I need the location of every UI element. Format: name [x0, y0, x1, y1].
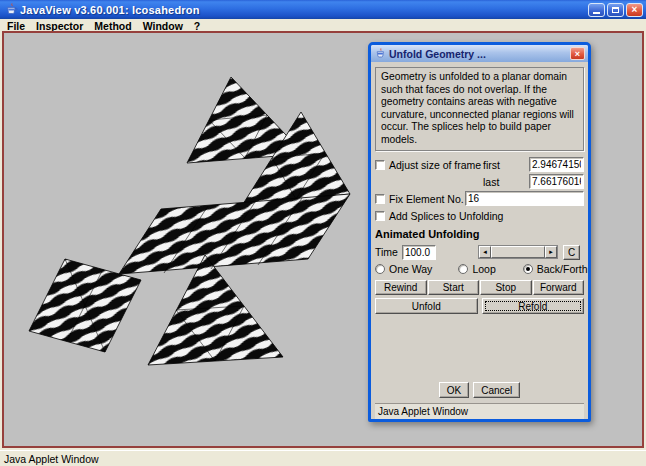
java-applet-icon: [375, 48, 386, 59]
window-status-text: Java Applet Window: [4, 453, 99, 465]
time-reset-button[interactable]: C: [563, 245, 580, 260]
time-row: Time ◂ ▸ C: [375, 243, 584, 261]
fix-element-field[interactable]: [465, 191, 584, 206]
net-face-middle-band: [119, 194, 350, 274]
dialog-title: Unfold Geometry ...: [389, 48, 570, 60]
animated-unfolding-header: Animated Unfolding: [375, 228, 584, 240]
ok-button[interactable]: OK: [439, 382, 469, 398]
dialog-status-bar: Java Applet Window: [375, 404, 584, 419]
refold-button[interactable]: Refold: [482, 298, 585, 314]
forward-button[interactable]: Forward: [533, 280, 585, 295]
add-splices-checkbox[interactable]: [375, 211, 385, 221]
javaview-window: JavaView v3.60.001: Icosahedron × File I…: [0, 0, 646, 466]
last-label: last: [483, 176, 529, 188]
adjust-frame-row: Adjust size of frame first: [375, 156, 584, 173]
scroll-right-arrow-icon[interactable]: ▸: [545, 246, 557, 258]
cancel-button[interactable]: Cancel: [473, 382, 520, 398]
window-status-bar: Java Applet Window: [0, 450, 646, 466]
fold-buttons: Unfold Refold: [375, 298, 584, 314]
start-button[interactable]: Start: [428, 280, 480, 295]
dialog-titlebar[interactable]: Unfold Geometry ... ×: [371, 45, 588, 62]
net-face-bottom-triangle: [148, 255, 283, 365]
splices-row: Add Splices to Unfolding: [375, 207, 584, 224]
first-label: first: [483, 159, 529, 171]
unfold-geometry-dialog: Unfold Geometry ... × Geometry is unfold…: [368, 42, 591, 422]
mode-back-forth[interactable]: Back/Forth: [523, 263, 588, 275]
one-way-radio[interactable]: [375, 264, 385, 274]
dialog-actions: OK Cancel: [375, 382, 584, 398]
unfold-button[interactable]: Unfold: [375, 298, 478, 314]
time-label: Time: [375, 246, 402, 258]
window-titlebar: JavaView v3.60.001: Icosahedron ×: [0, 0, 646, 19]
window-title: JavaView v3.60.001: Icosahedron: [20, 4, 588, 16]
transport-buttons: Rewind Start Stop Forward: [375, 280, 584, 295]
fix-element-checkbox[interactable]: [375, 194, 385, 204]
dialog-close-icon[interactable]: ×: [570, 47, 585, 60]
loop-radio[interactable]: [458, 264, 468, 274]
add-splices-label: Add Splices to Unfolding: [389, 210, 503, 222]
fix-element-row: Fix Element No.: [375, 190, 584, 207]
rewind-button[interactable]: Rewind: [375, 280, 427, 295]
mode-one-way[interactable]: One Way: [375, 263, 432, 275]
adjust-size-checkbox[interactable]: [375, 160, 385, 170]
dialog-body: Geometry is unfolded to a planar domain …: [371, 62, 588, 419]
mode-loop[interactable]: Loop: [458, 263, 495, 275]
fix-element-label: Fix Element No.: [389, 193, 464, 205]
last-field[interactable]: [529, 174, 584, 189]
scroll-left-arrow-icon[interactable]: ◂: [479, 246, 491, 258]
first-field[interactable]: [529, 157, 584, 172]
last-row: last: [375, 173, 584, 190]
time-scrollbar[interactable]: ◂ ▸: [478, 245, 558, 259]
stop-button[interactable]: Stop: [480, 280, 532, 295]
back-forth-radio[interactable]: [523, 264, 533, 274]
close-icon[interactable]: ×: [626, 3, 643, 17]
description-panel: Geometry is unfolded to a planar domain …: [375, 67, 584, 151]
animation-mode-row: One Way Loop Back/Forth: [375, 261, 584, 277]
loop-label: Loop: [472, 263, 495, 275]
restore-icon[interactable]: [607, 3, 624, 17]
minimize-icon[interactable]: [588, 3, 605, 17]
time-scrollbar-thumb[interactable]: [491, 246, 545, 258]
time-field[interactable]: [402, 245, 436, 260]
java-cup-icon: [5, 3, 18, 16]
back-forth-label: Back/Forth: [537, 263, 588, 275]
one-way-label: One Way: [389, 263, 432, 275]
adjust-size-label: Adjust size of frame: [389, 159, 481, 171]
